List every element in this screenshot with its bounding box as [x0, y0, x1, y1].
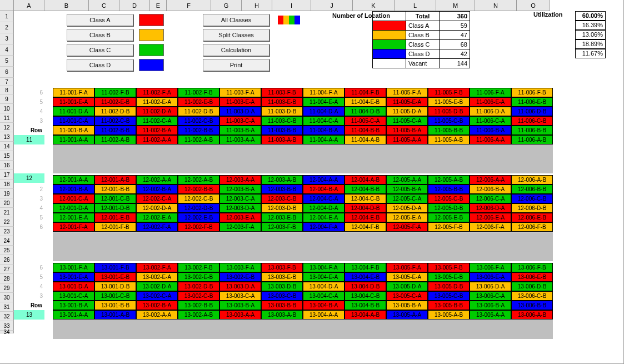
location-cell[interactable]: 13-001-E-B	[94, 272, 136, 282]
location-cell[interactable]: 13-005-A-B	[428, 310, 470, 320]
split-classes-button[interactable]: Split Classes	[203, 29, 269, 41]
location-cell[interactable]: 12-002-C-B	[178, 194, 219, 203]
location-cell[interactable]: 13-004-B-B	[345, 301, 386, 310]
col-header[interactable]: M	[436, 0, 475, 11]
location-cell[interactable]: 12-002-A-A	[136, 175, 178, 185]
location-cell[interactable]: 11-005-B-A	[386, 126, 428, 135]
location-cell[interactable]: 11-004-C-A	[303, 116, 345, 126]
location-cell[interactable]: 12-003-D-A	[219, 203, 261, 213]
location-cell[interactable]: 13-006-B-A	[470, 301, 511, 310]
location-cell[interactable]: 13-003-A-B	[261, 310, 303, 320]
row-header[interactable]: 26	[0, 255, 14, 265]
col-header[interactable]: K	[353, 0, 395, 11]
row-header[interactable]: 8	[0, 86, 14, 94]
location-cell[interactable]: 11-003-E-B	[261, 97, 303, 107]
location-cell[interactable]: 13-002-B-A	[136, 301, 178, 310]
location-cell[interactable]: 11-005-D-A	[386, 107, 428, 116]
location-cell[interactable]: 12-006-D-A	[470, 203, 511, 213]
location-cell[interactable]: 11-004-B-B	[345, 126, 386, 135]
all-classes-button[interactable]: All Classes	[203, 14, 269, 26]
location-cell[interactable]: 12-002-D-B	[178, 203, 219, 213]
row-header[interactable]: 31	[0, 302, 14, 312]
location-cell[interactable]: 11-002-F-A	[136, 88, 178, 97]
location-cell[interactable]: 13-004-F-B	[345, 263, 386, 272]
row-header[interactable]: 24	[0, 236, 14, 246]
location-cell[interactable]: 12-002-C-A	[136, 194, 178, 203]
location-cell[interactable]: 12-003-E-B	[261, 213, 303, 222]
location-cell[interactable]: 11-002-D-B	[94, 107, 136, 116]
location-cell[interactable]: 11-004-E-A	[303, 97, 345, 107]
location-cell[interactable]: 13-003-F-A	[219, 263, 261, 272]
location-cell[interactable]: 11-004-A-A	[303, 135, 345, 144]
location-cell[interactable]: 12-001-C-B	[94, 194, 136, 203]
location-cell[interactable]: 11-004-A-B	[345, 135, 386, 144]
location-cell[interactable]: 11-003-B-A	[219, 126, 261, 135]
location-cell[interactable]: 12-004-D-B	[345, 203, 386, 213]
location-cell[interactable]: 12-003-D-B	[261, 203, 303, 213]
location-cell[interactable]: 12-006-C-B	[511, 194, 553, 203]
location-cell[interactable]: 13-002-E-B	[219, 272, 261, 282]
col-header[interactable]: O	[517, 0, 550, 11]
location-cell[interactable]: 12-002-B-A	[136, 185, 178, 194]
location-cell[interactable]: 11-006-D-B	[511, 107, 553, 116]
location-cell[interactable]: 12-003-F-A	[219, 222, 261, 232]
location-cell[interactable]: 13-005-A-A	[386, 310, 428, 320]
location-cell[interactable]: 11-006-E-A	[470, 97, 511, 107]
location-cell[interactable]: 11-006-A-A	[470, 135, 511, 144]
location-cell[interactable]: 13-003-B-A	[219, 301, 261, 310]
location-cell[interactable]: 13-002-F-B	[178, 263, 219, 272]
location-cell[interactable]: 12-001-A-A	[53, 175, 94, 185]
col-header[interactable]: A	[14, 0, 44, 11]
location-cell[interactable]: 11-005-A-B	[428, 135, 470, 144]
location-cell[interactable]: 12-001-E-A	[53, 213, 94, 222]
row-header[interactable]: 12	[0, 123, 14, 132]
location-cell[interactable]: 12-005-D-A	[386, 203, 428, 213]
location-cell[interactable]: 13-003-E-B	[261, 272, 303, 282]
location-cell[interactable]: 11-003-C-B	[261, 116, 303, 126]
row-header[interactable]: 22	[0, 217, 14, 227]
location-cell[interactable]: 13-006-E-B	[511, 272, 553, 282]
location-cell[interactable]: 13-003-B-B	[261, 301, 303, 310]
class-c-button[interactable]: Class C	[67, 44, 133, 56]
location-cell[interactable]: 12-001-E-B	[94, 213, 136, 222]
location-cell[interactable]: 11-002-C-B	[94, 116, 136, 126]
location-cell[interactable]: 12-006-B-B	[511, 185, 553, 194]
location-cell[interactable]: 13-006-C-B	[511, 291, 553, 301]
location-cell[interactable]: 12-006-B-A	[470, 185, 511, 194]
location-cell[interactable]: 11-004-B-A	[303, 126, 345, 135]
location-cell[interactable]: 12-005-E-A	[386, 213, 428, 222]
location-cell[interactable]: 12-004-E-A	[303, 213, 345, 222]
col-header[interactable]: E	[150, 0, 167, 11]
col-header[interactable]: C	[89, 0, 119, 11]
location-cell[interactable]: 11-006-F-A	[470, 88, 511, 97]
location-cell[interactable]: 13-005-B-B	[428, 301, 470, 310]
location-cell[interactable]: 12-002-D-A	[136, 203, 178, 213]
col-header[interactable]: B	[44, 0, 89, 11]
location-cell[interactable]: 12-002-E-B	[178, 213, 219, 222]
location-cell[interactable]: 11-003-B-B	[261, 126, 303, 135]
location-cell[interactable]: 12-004-A-B	[345, 175, 386, 185]
location-cell[interactable]: 13-001-D-A	[53, 282, 94, 291]
location-cell[interactable]: 13-002-B-B	[178, 301, 219, 310]
location-cell[interactable]: 12-004-A-A	[303, 175, 345, 185]
location-cell[interactable]: 13-004-C-B	[345, 291, 386, 301]
location-cell[interactable]: 12-003-B-B	[261, 185, 303, 194]
col-header[interactable]: J	[311, 0, 353, 11]
select-all-corner[interactable]	[0, 0, 14, 11]
location-cell[interactable]: 11-002-B-B	[178, 126, 219, 135]
location-cell[interactable]: 11-003-A-A	[219, 135, 261, 144]
location-cell[interactable]: 11-006-D-A	[470, 107, 511, 116]
location-cell[interactable]: 12-005-B-B	[428, 185, 470, 194]
location-cell[interactable]: 12-005-B-A	[386, 185, 428, 194]
class-a-button[interactable]: Class A	[67, 14, 133, 26]
location-cell[interactable]: 11-005-D-B	[428, 107, 470, 116]
location-cell[interactable]: 11-006-E-B	[511, 97, 553, 107]
location-cell[interactable]: 13-003-C-B	[261, 291, 303, 301]
location-cell[interactable]: 11-005-B-B	[428, 126, 470, 135]
location-cell[interactable]: 12-006-D-B	[511, 203, 553, 213]
location-cell[interactable]: 13-004-E-B	[345, 272, 386, 282]
location-cell[interactable]: 13-002-A-A	[136, 310, 178, 320]
location-cell[interactable]: 13-001-F-B	[94, 263, 136, 272]
location-cell[interactable]: 13-005-C-A	[386, 291, 428, 301]
location-cell[interactable]: 11-005-C-A	[345, 116, 386, 126]
